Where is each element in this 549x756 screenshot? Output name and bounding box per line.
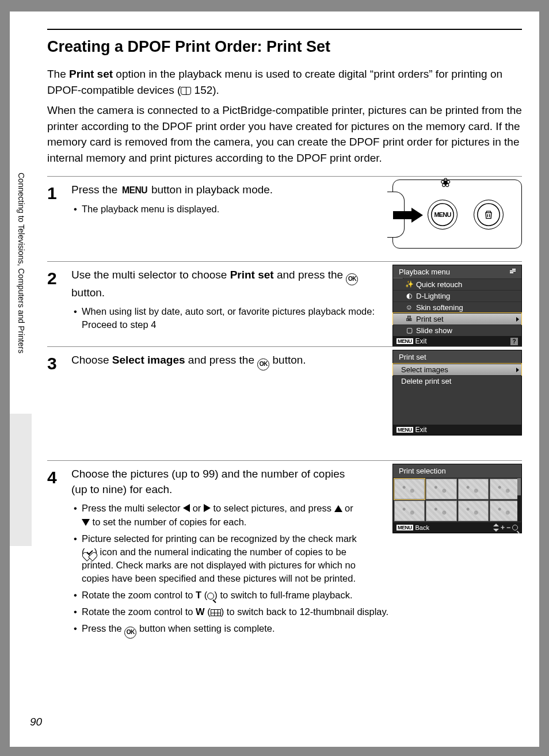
menu-item-slide-show: ▢Slide show bbox=[393, 324, 521, 336]
ok-button-icon: OK bbox=[124, 627, 136, 639]
updown-icon bbox=[493, 524, 499, 532]
zoom-controls-icon: + − bbox=[493, 524, 518, 532]
step-body: Choose Select images and press the OK bu… bbox=[71, 353, 382, 375]
checkmark-heart-icon bbox=[85, 548, 94, 556]
step-1: 1 Press the MENU button in playback mode… bbox=[47, 176, 522, 251]
step-2: 2 Use the multi selector to choose Print… bbox=[47, 261, 522, 336]
lcd-print-selection: Print selection MENU Back bbox=[392, 464, 522, 533]
lcd-title: Print selection bbox=[393, 464, 521, 478]
help-icon: ? bbox=[510, 338, 518, 345]
camera-menu-button: MENU bbox=[428, 200, 458, 230]
step-heading: Press the MENU button in playback mode. bbox=[71, 182, 382, 198]
skin-softening-icon: ☺ bbox=[405, 303, 414, 311]
thumbnail bbox=[426, 501, 456, 521]
ok-button-icon: OK bbox=[346, 273, 358, 285]
menu-tag-icon: MENU bbox=[396, 338, 413, 344]
step-number: 1 bbox=[47, 185, 62, 202]
step-bullet: Rotate the zoom control to W () to switc… bbox=[82, 605, 522, 618]
lcd-playback-menu: Playback menu ✨Quick retouch ◐D-Lighting… bbox=[392, 265, 522, 347]
thumbnail bbox=[458, 501, 489, 521]
lcd-footer: MENU Exit ? bbox=[393, 336, 521, 346]
scrollbar-thumb bbox=[517, 478, 521, 495]
sidebar-tab bbox=[10, 414, 32, 546]
lcd-empty-area bbox=[393, 387, 521, 425]
macro-icon: ❀ bbox=[440, 175, 451, 190]
step-bullet: Press the multi selector or to select pi… bbox=[82, 502, 358, 528]
menu-item-d-lighting: ◐D-Lighting bbox=[393, 290, 521, 301]
thumbnail bbox=[394, 501, 425, 521]
step-heading: Choose Select images and press the OK bu… bbox=[71, 353, 382, 371]
thumbnail bbox=[394, 479, 425, 499]
thumbnail-grid bbox=[393, 478, 521, 522]
lcd-title: Print set bbox=[393, 350, 521, 364]
chevron-right-icon bbox=[516, 317, 519, 322]
step-4: 4 Choose the pictures (up to 99) and the… bbox=[47, 460, 522, 642]
menu-button-icon: MENU bbox=[121, 184, 147, 197]
content: Creating a DPOF Print Order: Print Set T… bbox=[47, 29, 522, 642]
step-3: 3 Choose Select images and press the OK … bbox=[47, 346, 522, 450]
magnify-icon bbox=[512, 525, 518, 530]
thumbnail bbox=[490, 501, 520, 521]
slide-show-icon: ▢ bbox=[405, 326, 414, 334]
intro-paragraph-2: When the camera is connected to a PictBr… bbox=[47, 102, 522, 166]
step-body: Press the MENU button in playback mode. … bbox=[71, 182, 382, 219]
scrollbar bbox=[517, 478, 521, 521]
menu-tag-icon: MENU bbox=[396, 525, 413, 530]
step-number: 3 bbox=[47, 355, 62, 372]
section-label: Connecting to Televisions, Computers and… bbox=[16, 173, 26, 414]
step-body: Use the multi selector to choose Print s… bbox=[71, 268, 382, 335]
d-lighting-icon: ◐ bbox=[405, 292, 414, 300]
step-bullet: Picture selected for printing can be rec… bbox=[82, 532, 358, 585]
lcd-footer: MENU Exit bbox=[393, 425, 521, 435]
step-bullet: Press the OK button when setting is comp… bbox=[82, 622, 522, 639]
arrow-icon bbox=[393, 208, 426, 223]
menu-item-delete-print-set: Delete print set bbox=[393, 375, 521, 387]
step-heading: Use the multi selector to choose Print s… bbox=[71, 268, 382, 300]
down-arrow-icon bbox=[82, 519, 90, 526]
intro-paragraph-1: The Print set option in the playback men… bbox=[47, 66, 522, 98]
right-arrow-icon bbox=[204, 504, 211, 512]
menu-item-quick-retouch: ✨Quick retouch bbox=[393, 278, 521, 290]
thumbnail bbox=[490, 479, 520, 499]
manual-ref-icon bbox=[181, 87, 191, 95]
thumbnail-grid-icon bbox=[211, 609, 221, 616]
print-set-icon: 🖶 bbox=[405, 315, 414, 323]
step-bullet: Rotate the zoom control to T () to switc… bbox=[82, 589, 522, 602]
scroll-indicator-icon bbox=[510, 269, 516, 276]
camera-diagram: ❀ MENU bbox=[392, 180, 522, 249]
quick-retouch-icon: ✨ bbox=[405, 280, 414, 288]
trash-icon bbox=[483, 209, 494, 220]
step-number: 2 bbox=[47, 270, 62, 287]
thumbnail bbox=[426, 479, 456, 499]
step-number: 4 bbox=[47, 469, 62, 486]
camera-delete-button bbox=[474, 200, 504, 230]
step-bullet: The playback menu is displayed. bbox=[82, 203, 382, 216]
step-bullet: When using list by date, auto sort, or f… bbox=[82, 305, 382, 331]
intro: The Print set option in the playback men… bbox=[47, 66, 522, 166]
menu-item-select-images: Select images bbox=[393, 364, 521, 375]
menu-item-skin-softening: ☺Skin softening bbox=[393, 301, 521, 313]
lcd-footer: MENU Back + − bbox=[393, 522, 521, 533]
menu-tag-icon: MENU bbox=[396, 427, 413, 433]
manual-page: Connecting to Televisions, Computers and… bbox=[10, 12, 539, 747]
thumbnail bbox=[458, 479, 489, 499]
page-number: 90 bbox=[30, 716, 42, 728]
step-heading: Choose the pictures (up to 99) and the n… bbox=[71, 467, 348, 497]
up-arrow-icon bbox=[334, 505, 342, 512]
ok-button-icon: OK bbox=[257, 358, 269, 371]
magnify-icon bbox=[207, 593, 214, 600]
lcd-print-set: Print set Select images Delete print set… bbox=[392, 350, 522, 436]
menu-item-print-set: 🖶Print set bbox=[393, 313, 521, 324]
lcd-title: Playback menu bbox=[393, 265, 521, 278]
left-arrow-icon bbox=[183, 504, 190, 512]
page-title: Creating a DPOF Print Order: Print Set bbox=[47, 29, 522, 62]
chevron-right-icon bbox=[516, 368, 519, 372]
